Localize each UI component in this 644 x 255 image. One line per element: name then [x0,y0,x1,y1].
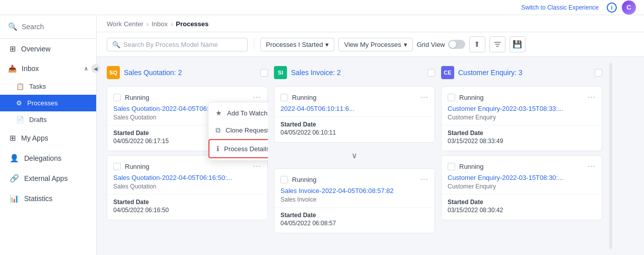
card-divider-ce-2 [442,194,602,195]
clone-icon: ⧉ [216,126,221,135]
col-title-ce: Customer Enquiry: 3 [458,69,591,77]
gridview-toggle[interactable] [448,40,465,49]
card-menu-si-2[interactable]: ··· [420,175,428,184]
col-customer-enquiry: CE Customer Enquiry: 3 Running ··· Custo… [441,63,602,249]
sidebar-item-externalapps[interactable]: 🔗 External Apps [0,168,96,188]
view-processes-btn[interactable]: View My Processes ▾ [338,38,412,51]
breadcrumb-part1: Work Center [107,20,144,28]
card-status-ce-1: Running [459,94,584,101]
add-watchlist-label: Add To Watchlist [227,109,268,117]
statistics-icon: 📊 [10,194,19,203]
card-header-sq-1: Running ··· [113,93,261,102]
main-layout: 🔍 Search ⊞ Overview 📥 Inbox ∧ ◀ 📋 Tasks … [0,15,644,255]
sidebar-item-statistics[interactable]: 📊 Statistics [0,188,96,209]
cards-area: SQ Sales Quotation: 2 Running ··· Sales … [97,57,644,255]
info-icon[interactable]: i [607,3,617,13]
col-badge-si: SI [274,66,287,79]
card-menu-ce-1[interactable]: ··· [588,93,596,102]
card-header-si-2: Running ··· [280,175,428,184]
card-date-val-sq-2: 04/05/2022 06:16:50 [113,207,261,214]
sidebar-collapse-btn[interactable]: ◀ [91,64,100,73]
search-label: Search [22,23,44,31]
card-link-si-2[interactable]: Sales Invoice-2022-04-05T06:08:57:82 [280,187,428,195]
sidebar-item-delegations[interactable]: 👤 Delegations [0,148,96,168]
search-box[interactable]: 🔍 Search By Process Model Name [107,38,248,51]
watchlist-icon: ★ [216,109,222,117]
col-header-sq: SQ Sales Quotation: 2 [107,63,268,82]
sidebar-search[interactable]: 🔍 Search [0,15,96,39]
content-area: Work Center › Inbox › Processes 🔍 Search… [97,15,644,255]
card-checkbox-si-2[interactable] [280,176,288,183]
externalapps-label: External Apps [24,174,67,182]
sidebar-item-drafts[interactable]: 📄 Drafts [0,111,96,128]
card-menu-si-1[interactable]: ··· [420,93,428,102]
card-type-ce-1: Customer Enquiry [448,114,596,121]
card-link-si-1[interactable]: 2022-04-05T06:10:11:6... [280,105,428,112]
card-menu-ce-2[interactable]: ··· [588,162,596,171]
sidebar-sub-tasks: 📋 Tasks ⚙ Processes 📄 Drafts [0,78,96,128]
overview-icon: ⊞ [10,44,16,53]
upload-btn[interactable]: ⬆ [469,36,485,52]
card-checkbox-si-1[interactable] [280,94,288,101]
card-link-ce-2[interactable]: Customer Enquiry-2022-03-15T08:30:... [448,174,596,181]
search-icon: 🔍 [8,22,18,31]
card-menu-sq-1[interactable]: ··· [253,93,261,102]
sidebar-item-inbox[interactable]: 📥 Inbox ∧ ◀ [0,59,96,78]
breadcrumb: Work Center › Inbox › Processes [97,15,644,32]
save-btn[interactable]: 💾 [510,36,526,52]
sidebar-item-processes[interactable]: ⚙ Processes [0,95,96,111]
col-title-si: Sales Invoice: 2 [291,69,423,77]
card-link-ce-1[interactable]: Customer Enquiry-2022-03-15T08:33:... [448,105,596,112]
card-checkbox-ce-2[interactable] [448,163,455,170]
dropdown-add-watchlist[interactable]: ★ Add To Watchlist [208,104,268,121]
filter-processes-label: Processes I Started [266,41,323,48]
myapps-icon: ⊞ [10,134,16,143]
sidebar-inbox-label: Inbox [22,65,39,73]
externalapps-icon: 🔗 [10,174,19,183]
card-status-sq-2: Running [125,163,249,170]
card-date-label-ce-1: Started Date [448,130,596,137]
expand-btn-si[interactable]: ∨ [274,147,435,164]
toolbar-search-icon: 🔍 [112,41,120,48]
sidebar-item-myapps[interactable]: ⊞ My Apps [0,128,96,148]
card-si-1: Running ··· 2022-04-05T06:10:11:6... Sta… [274,86,435,143]
card-date-label-si-1: Started Date [280,121,428,128]
card-checkbox-sq-2[interactable] [113,163,121,170]
toolbar: 🔍 Search By Process Model Name Processes… [97,32,644,57]
tasks-label: Tasks [29,83,46,90]
toggle-knob [449,41,456,48]
dropdown-process-details[interactable]: ℹ Process Details [208,139,268,158]
card-menu-sq-2[interactable]: ··· [253,162,261,171]
sidebar-item-overview[interactable]: ⊞ Overview [0,39,96,59]
view-processes-label: View My Processes [344,41,401,48]
card-divider-si-2 [274,207,435,208]
card-date-label-si-2: Started Date [280,212,428,219]
drafts-label: Drafts [29,116,47,123]
avatar[interactable]: C [622,1,636,15]
filter-btn[interactable] [489,36,506,52]
card-header-ce-1: Running ··· [448,93,596,102]
col-select-all-si[interactable] [427,69,435,77]
card-type-sq-2: Sales Quotation [113,183,261,190]
card-date-val-ce-1: 03/15/2022 08:33:49 [448,138,596,145]
dropdown-clone-request[interactable]: ⧉ Clone Request [208,121,268,139]
col-sales-quotation: SQ Sales Quotation: 2 Running ··· Sales … [107,63,268,249]
card-date-val-si-2: 04/05/2022 06:08:57 [280,220,428,227]
card-type-si-2: Sales Invoice [280,196,428,203]
col-select-all-ce[interactable] [595,69,602,77]
card-checkbox-sq-1[interactable] [113,94,121,101]
top-bar-icons: i C [607,1,636,15]
card-link-sq-2[interactable]: Sales Quotation-2022-04-05T06:16:50:... [113,174,261,181]
scrollbar-right[interactable] [609,63,612,249]
card-header-sq-2: Running ··· [113,162,261,171]
col-select-all-sq[interactable] [260,69,268,77]
card-status-si-2: Running [292,176,416,183]
filter-processes-btn[interactable]: Processes I Started ▾ [260,38,334,51]
gridview-toggle-wrap: Grid View [417,40,465,49]
card-date-val-si-1: 04/05/2022 06:10:11 [280,129,428,136]
card-ce-2: Running ··· Customer Enquiry-2022-03-15T… [441,155,602,220]
card-status-ce-2: Running [459,163,584,170]
card-checkbox-ce-1[interactable] [448,94,455,101]
switch-classic-link[interactable]: Switch to Classic Experience [521,4,599,11]
sidebar-item-tasks[interactable]: 📋 Tasks [0,78,96,95]
